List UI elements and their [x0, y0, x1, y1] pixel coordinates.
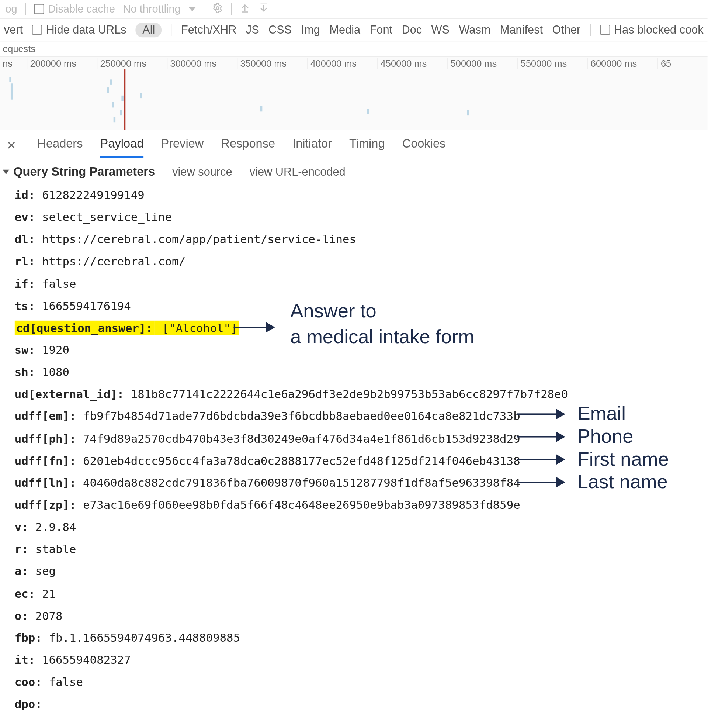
devtools-toolbar-top: og Disable cache No throttling: [0, 0, 708, 19]
tab-headers[interactable]: Headers: [37, 134, 83, 158]
disable-cache-checkbox[interactable]: Disable cache: [34, 3, 115, 15]
filter-type-font[interactable]: Font: [370, 23, 392, 36]
divider: [231, 3, 231, 15]
param-row: ec: 21: [15, 583, 708, 605]
chevron-down-icon: [189, 7, 195, 11]
disable-cache-label: Disable cache: [48, 3, 115, 15]
filter-type-all[interactable]: All: [136, 23, 161, 37]
param-row: udff[fn]: 6201eb4dccc956cc4fa3a78dca0c28…: [15, 450, 708, 472]
timeline-tick: ns: [0, 58, 26, 68]
filter-type-wasm[interactable]: Wasm: [459, 23, 490, 36]
param-row: rl: https://cerebral.com/: [15, 251, 708, 273]
tab-initiator[interactable]: Initiator: [292, 134, 332, 158]
timeline-ticks: ns200000 ms250000 ms300000 ms350000 ms40…: [0, 58, 708, 68]
filter-type-other[interactable]: Other: [552, 23, 580, 36]
section-title[interactable]: Query String Parameters: [3, 165, 155, 179]
truncated-left: og: [5, 3, 17, 15]
timeline-tick: 600000 ms: [588, 58, 657, 68]
has-blocked-cookies-checkbox[interactable]: Has blocked cook: [600, 23, 704, 36]
timeline-activity: [7, 73, 708, 129]
param-row: ud[external_id]: 181b8c77141c2222644c1e6…: [15, 384, 708, 405]
arrow-icon: [517, 436, 564, 437]
param-row: coo: false: [15, 671, 708, 693]
timeline-tick: 550000 ms: [517, 58, 588, 68]
view-source-link[interactable]: view source: [172, 165, 232, 179]
hide-data-urls-label: Hide data URLs: [46, 23, 126, 36]
checkbox-box: [32, 25, 42, 35]
type-filters: AllFetch/XHRJSCSSImgMediaFontDocWSWasmMa…: [136, 23, 580, 37]
param-row: ts: 1665594176194: [15, 295, 708, 317]
divider: [171, 23, 172, 36]
caret-down-icon: [3, 170, 9, 174]
arrow-icon: [517, 459, 564, 460]
timeline-tick: 400000 ms: [307, 58, 377, 68]
param-row: a: seg: [15, 561, 708, 583]
param-row: id: 612822249199149: [15, 185, 708, 206]
filter-type-js[interactable]: JS: [246, 23, 259, 36]
param-row: udff[ln]: 40460da8c882cdc791836fba760098…: [15, 472, 708, 494]
filter-type-fetchxhr[interactable]: Fetch/XHR: [181, 23, 236, 36]
param-row: ev: select_service_line: [15, 206, 708, 229]
param-row: udff[ph]: 74f9d89a2570cdb470b43e3f8d3024…: [15, 428, 708, 450]
arrow-icon: [234, 327, 274, 328]
svg-point-0: [216, 6, 219, 9]
param-row: if: false: [15, 273, 708, 295]
param-row: it: 1665594082327: [15, 649, 708, 671]
param-row: fbp: fb.1.1665594074963.448809885: [15, 627, 708, 649]
tab-timing[interactable]: Timing: [349, 134, 385, 158]
timeline-tick: 450000 ms: [377, 58, 447, 68]
requests-label: equests: [0, 41, 708, 57]
view-url-encoded-link[interactable]: view URL-encoded: [250, 165, 345, 179]
timeline-tick: 250000 ms: [97, 58, 167, 68]
filter-type-css[interactable]: CSS: [268, 23, 292, 36]
filter-type-manifest[interactable]: Manifest: [500, 23, 543, 36]
filter-type-img[interactable]: Img: [301, 23, 320, 36]
request-detail-tabs: ✕ HeadersPayloadPreviewResponseInitiator…: [0, 130, 708, 158]
tab-response[interactable]: Response: [221, 134, 275, 158]
filter-type-media[interactable]: Media: [329, 23, 360, 36]
download-icon[interactable]: [258, 2, 269, 16]
checkbox-box: [600, 25, 610, 35]
param-row: cd[question_answer]: ["Alcohol"]: [15, 317, 708, 339]
param-row: o: 2078: [15, 605, 708, 627]
param-row: udff[zp]: e73ac16e69f060ee98b0fda5f66f48…: [15, 494, 708, 516]
param-row: sw: 1920: [15, 339, 708, 361]
param-row: dpo:: [15, 693, 708, 715]
filter-type-ws[interactable]: WS: [431, 23, 450, 36]
param-row: r: stable: [15, 538, 708, 561]
timeline-tick: 65: [657, 58, 708, 68]
param-row: udff[em]: fb9f7b4854d71ade77d6bdcbda39e3…: [15, 405, 708, 428]
network-timeline[interactable]: ns200000 ms250000 ms300000 ms350000 ms40…: [0, 57, 708, 130]
upload-icon[interactable]: [239, 2, 250, 16]
timeline-tick: 300000 ms: [167, 58, 237, 68]
tab-cookies[interactable]: Cookies: [402, 134, 446, 158]
query-string-parameters: id: 612822249199149ev: select_service_li…: [0, 183, 708, 721]
close-icon[interactable]: ✕: [7, 139, 20, 153]
arrow-icon: [517, 481, 564, 483]
filter-type-doc[interactable]: Doc: [402, 23, 422, 36]
timeline-tick: 500000 ms: [447, 58, 517, 68]
param-row: v: 2.9.84: [15, 516, 708, 538]
timeline-tick: 200000 ms: [26, 58, 97, 68]
has-blocked-cookies-label: Has blocked cook: [614, 23, 704, 36]
checkbox-box: [34, 4, 44, 14]
divider: [25, 3, 26, 15]
param-row: sh: 1080: [15, 361, 708, 384]
query-string-section-header: Query String Parameters view source view…: [0, 158, 708, 183]
divider: [590, 23, 591, 36]
throttling-select[interactable]: No throttling: [123, 3, 181, 15]
arrow-icon: [517, 413, 564, 415]
truncated-left: vert: [4, 23, 23, 36]
hide-data-urls-checkbox[interactable]: Hide data URLs: [32, 23, 126, 36]
timeline-tick: 350000 ms: [237, 58, 307, 68]
divider: [203, 3, 204, 15]
tab-payload[interactable]: Payload: [100, 134, 144, 158]
tab-preview[interactable]: Preview: [161, 134, 203, 158]
param-row: dl: https://cerebral.com/app/patient/ser…: [15, 229, 708, 251]
network-filter-row: vert Hide data URLs AllFetch/XHRJSCSSImg…: [0, 19, 708, 42]
network-conditions-icon[interactable]: [212, 2, 223, 16]
